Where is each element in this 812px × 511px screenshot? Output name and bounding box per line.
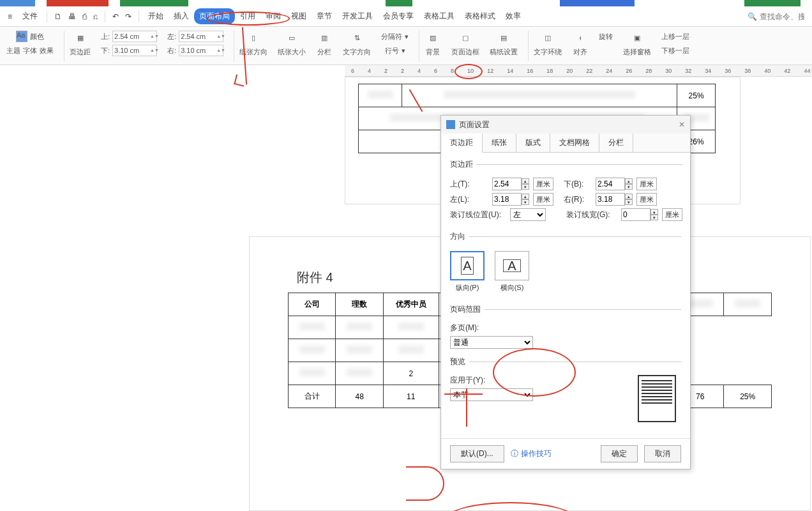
qat-fwd-icon[interactable]: ↷: [125, 12, 132, 21]
menu-review[interactable]: 审阅: [260, 8, 286, 24]
orientation-landscape[interactable]: A: [495, 251, 529, 280]
page-setup-dialog: 页面设置 ✕ 页边距 纸张 版式 文档网格 分栏 页边距 上(T): ▴▾ 厘米…: [440, 115, 691, 469]
margin-top-input[interactable]: ▴▾: [492, 178, 529, 190]
gutter-pos-select[interactable]: 左: [510, 208, 546, 221]
margin-bottom-input[interactable]: ▴▾: [596, 178, 633, 190]
wrap-icon[interactable]: ◫: [539, 29, 556, 46]
page-preview: [638, 375, 676, 422]
table-header: 理数: [336, 293, 383, 316]
front-btn[interactable]: 上移一层: [661, 32, 689, 42]
size-icon[interactable]: ▭: [283, 29, 300, 46]
ribbon-font[interactable]: 字体: [23, 46, 37, 56]
close-icon[interactable]: ✕: [679, 120, 685, 129]
menu-view[interactable]: 视图: [286, 8, 312, 24]
margin-icon[interactable]: ▦: [72, 29, 89, 46]
applyto-select[interactable]: 本节: [450, 388, 533, 401]
table-header: 公司: [289, 293, 336, 316]
margin-left-spin[interactable]: 2.54 cm▲▼: [179, 31, 223, 42]
qat-preview-icon[interactable]: ⎙: [82, 12, 87, 21]
table-header: [724, 293, 772, 316]
table-header: 优秀中员: [383, 293, 439, 316]
margin-left-input[interactable]: ▴▾: [492, 193, 529, 206]
margin-top-spin[interactable]: 2.54 cm▲▼: [112, 31, 157, 42]
selpane-icon[interactable]: ▣: [629, 29, 645, 46]
qat-back-icon[interactable]: ↶: [112, 12, 119, 21]
ribbon-theme[interactable]: 主题: [6, 46, 20, 56]
ribbon: Aa颜色 主题 字体 效果 ▦页边距 上:2.54 cm▲▼ 下:3.10 cm…: [0, 27, 812, 65]
menu-devtools[interactable]: 开发工具: [337, 8, 378, 24]
dialog-tabs: 页边距 纸张 版式 文档网格 分栏: [441, 133, 690, 153]
info-icon: ⓘ: [511, 448, 518, 459]
menu-section[interactable]: 章节: [312, 8, 337, 24]
bg-icon[interactable]: ▨: [425, 29, 441, 46]
menu-reference[interactable]: 引用: [235, 8, 260, 24]
qat-print-icon[interactable]: 🖶: [68, 12, 76, 21]
tips-link[interactable]: ⓘ操作技巧: [511, 448, 552, 459]
tab-layout[interactable]: 版式: [516, 133, 550, 152]
align-icon[interactable]: ⫞: [572, 29, 589, 46]
margin-right-spin[interactable]: 3.10 cm▲▼: [179, 45, 223, 56]
menu-tablestyle[interactable]: 表格样式: [460, 8, 500, 24]
search-input[interactable]: [760, 12, 804, 21]
border-icon[interactable]: ▢: [457, 29, 474, 46]
app-tabbar: [0, 0, 812, 6]
lineno-btn[interactable]: 行号: [385, 46, 399, 56]
qat-undo-icon[interactable]: ⎌: [93, 12, 98, 21]
menu-pagelayout[interactable]: 页面布局: [194, 8, 235, 24]
menu-member[interactable]: 会员专享: [378, 8, 419, 24]
menu-start[interactable]: 开始: [143, 8, 169, 24]
ribbon-color[interactable]: 颜色: [30, 32, 44, 42]
back-btn[interactable]: 下移一层: [661, 46, 689, 56]
columns-icon[interactable]: ▥: [316, 29, 333, 46]
ok-button[interactable]: 确定: [601, 445, 638, 462]
breaks-btn[interactable]: 分隔符: [381, 32, 402, 42]
dialog-icon: [446, 120, 455, 129]
linesetup-icon[interactable]: ▤: [495, 29, 512, 46]
default-button[interactable]: 默认(D)...: [450, 445, 504, 462]
search-icon: 🔍: [748, 12, 757, 21]
tab-margins[interactable]: 页边距: [441, 133, 483, 153]
ribbon-margin[interactable]: 页边距: [70, 47, 91, 57]
margin-bottom-spin[interactable]: 3.10 cm▲▼: [112, 45, 157, 56]
tab-paper[interactable]: 纸张: [483, 133, 516, 152]
tab-columns[interactable]: 分栏: [599, 133, 633, 152]
command-search[interactable]: 🔍: [748, 12, 804, 21]
menu-hamburger[interactable]: ≡: [3, 10, 17, 24]
margin-right-input[interactable]: ▴▾: [596, 193, 633, 206]
theme-icon[interactable]: Aa: [16, 31, 27, 42]
menu-file[interactable]: 文件: [17, 8, 43, 24]
rotate-btn[interactable]: 旋转: [599, 32, 613, 42]
multipage-select[interactable]: 普通: [450, 336, 533, 349]
orientation-portrait[interactable]: A: [450, 251, 485, 280]
gutter-width-input[interactable]: ▴▾: [621, 208, 658, 221]
horizontal-ruler[interactable]: 6422468101214161820222426283032343638404…: [345, 65, 812, 77]
dialog-title: 页面设置: [459, 119, 490, 130]
ribbon-effect[interactable]: 效果: [40, 46, 54, 56]
cancel-button[interactable]: 取消: [644, 445, 681, 462]
menu-tabletools[interactable]: 表格工具: [419, 8, 460, 24]
menu-efficiency[interactable]: 效率: [500, 8, 526, 24]
textdir-icon[interactable]: ⇅: [349, 29, 365, 46]
tab-grid[interactable]: 文档网格: [550, 133, 599, 152]
orient-icon[interactable]: ▯: [245, 29, 262, 46]
menubar: ≡ 文件 🗋 🖶 ⎙ ⎌ ↶ ↷ 开始 插入 页面布局 引用 审阅 视图 章节 …: [0, 6, 812, 27]
menu-insert[interactable]: 插入: [169, 8, 194, 24]
qat-save-icon[interactable]: 🗋: [54, 12, 62, 21]
